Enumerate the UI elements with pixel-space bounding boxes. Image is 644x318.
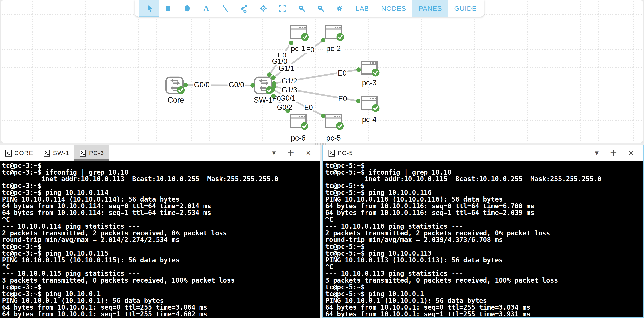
left-pane-controls: ▼ + ✕ [272, 145, 311, 161]
svg-text:G1/2: G1/2 [282, 77, 297, 85]
svg-text:E0: E0 [304, 103, 313, 112]
collapse-pane-button[interactable]: ▼ [595, 151, 598, 155]
terminal-icon [328, 149, 335, 157]
terminal-tab-label: CORE [14, 150, 33, 156]
crosshair-icon [259, 4, 268, 13]
svg-text:A: A [204, 4, 209, 12]
tab-nodes[interactable]: NODES [375, 0, 412, 17]
settings-icon [335, 4, 344, 13]
svg-text:G0/1: G0/1 [280, 94, 296, 102]
tool-group: A [135, 0, 349, 17]
port-dot [267, 72, 272, 77]
node-sw-1[interactable] [255, 77, 273, 94]
tab-lab[interactable]: LAB [350, 0, 375, 17]
label: E0 [338, 69, 347, 77]
node-pc-2[interactable] [326, 26, 344, 41]
port-dot [271, 94, 276, 98]
node-pc-3[interactable] [362, 61, 380, 77]
label: G1/3 [281, 86, 298, 94]
label: pc-6 [289, 134, 307, 142]
svg-text:SW-1: SW-1 [254, 96, 272, 104]
terminal-output-pc-5[interactable]: tc@pc-5:~$ tc@pc-5:~$ ifconfig | grep 10… [323, 161, 643, 317]
svg-text:G1/3: G1/3 [282, 86, 297, 94]
svg-text:E0: E0 [338, 95, 347, 103]
vertical-splitter[interactable] [320, 145, 322, 318]
port-dot [250, 83, 255, 88]
svg-text:G0/0: G0/0 [194, 81, 210, 89]
tool-zoom-in-button[interactable] [311, 0, 330, 17]
status-ok-icon [301, 122, 308, 130]
tool-add-node-button[interactable] [235, 0, 254, 17]
tabbar-spacer [358, 145, 595, 161]
terminal-tab-label: PC-3 [89, 150, 104, 156]
rectangle-icon [164, 4, 172, 13]
tool-fit-screen-button[interactable] [273, 0, 292, 17]
port-dot [289, 41, 294, 45]
tool-settings-button[interactable] [330, 0, 349, 17]
port-dot [183, 83, 188, 88]
toolbar-tabs: LABNODESPANESGUIDE [349, 0, 483, 17]
port-dot [356, 67, 361, 72]
tab-panes[interactable]: PANES [412, 0, 448, 17]
status-ok-icon [336, 122, 344, 130]
svg-text:E0: E0 [338, 69, 347, 77]
tool-text-button[interactable]: A [197, 0, 216, 17]
svg-text:G0/0: G0/0 [229, 81, 244, 89]
label: G0/0 [193, 81, 211, 89]
tool-ellipse-button[interactable] [178, 0, 197, 17]
tool-pointer-button[interactable] [140, 0, 158, 17]
terminal-tab-pc-3[interactable]: PC-3 [74, 145, 109, 161]
topology-canvas[interactable]: G0/0G0/0E0G1/0G1/1E0G1/2E0G1/3E0G0/1E0E0… [1, 0, 643, 143]
line-icon [221, 4, 230, 13]
left-pane-tabbar: CORE SW-1 PC-3 ▼ + ✕ [0, 145, 320, 161]
port-dot [321, 114, 326, 118]
add-tab-button[interactable]: + [610, 148, 618, 157]
terminal-tab-sw-1[interactable]: SW-1 [38, 145, 74, 161]
add-tab-button[interactable]: + [287, 148, 294, 157]
port-dot [271, 88, 275, 92]
zoom-out-icon [297, 4, 306, 13]
topology-diagram: G0/0G0/0E0G1/0G1/1E0G1/2E0G1/3E0G0/1E0E0… [1, 0, 643, 143]
node-pc-5[interactable] [326, 115, 344, 130]
port-dot [286, 109, 290, 113]
terminal-tab-core[interactable]: CORE [0, 145, 38, 161]
svg-text:pc-3: pc-3 [362, 79, 377, 87]
terminal-pane-right: PC-5 ▼ + ✕ tc@pc-5:~$ tc@pc-5:~$ ifconfi… [322, 145, 644, 318]
terminal-tab-pc-5[interactable]: PC-5 [323, 145, 358, 161]
tab-guide[interactable]: GUIDE [448, 0, 483, 17]
tabbar-spacer [110, 145, 272, 161]
node-pc-4[interactable] [362, 97, 380, 112]
ellipse-icon [182, 4, 192, 13]
status-ok-icon [177, 87, 185, 94]
label: G1/2 [281, 77, 298, 85]
node-pc-1[interactable] [290, 26, 309, 41]
svg-text:pc-5: pc-5 [326, 134, 341, 142]
fit-screen-icon [278, 4, 287, 13]
label: pc-2 [324, 44, 343, 53]
tool-zoom-out-button[interactable] [292, 0, 311, 17]
left-pane-tabs: CORE SW-1 PC-3 [0, 145, 110, 161]
svg-text:pc-1: pc-1 [291, 44, 306, 53]
tool-rectangle-button[interactable] [158, 0, 178, 17]
label: G1/1 [278, 64, 296, 72]
node-core[interactable] [166, 77, 185, 94]
label: pc-4 [360, 115, 378, 124]
right-pane-controls: ▼ + ✕ [595, 145, 634, 161]
collapse-pane-button[interactable]: ▼ [272, 151, 276, 155]
terminal-output-pc-3[interactable]: tc@pc-3:~$ tc@pc-3:~$ ifconfig | grep 10… [0, 161, 320, 318]
right-pane-tabbar: PC-5 ▼ + ✕ [323, 145, 643, 161]
tool-line-button[interactable] [216, 0, 235, 17]
label: G0/1 [279, 94, 297, 102]
tool-crosshair-button[interactable] [254, 0, 273, 17]
terminal-icon [5, 149, 12, 157]
node-pc-6[interactable] [290, 115, 308, 130]
terminal-icon [44, 149, 50, 157]
status-ok-icon [372, 69, 380, 77]
close-pane-button[interactable]: ✕ [628, 150, 634, 156]
add-node-icon [240, 4, 249, 13]
close-pane-button[interactable]: ✕ [306, 150, 312, 156]
terminal-icon [80, 149, 86, 157]
canvas-toolbar: A LABNODESPANESGUIDE [135, 0, 484, 17]
label: Core [166, 96, 185, 104]
svg-text:G1/1: G1/1 [279, 64, 294, 72]
